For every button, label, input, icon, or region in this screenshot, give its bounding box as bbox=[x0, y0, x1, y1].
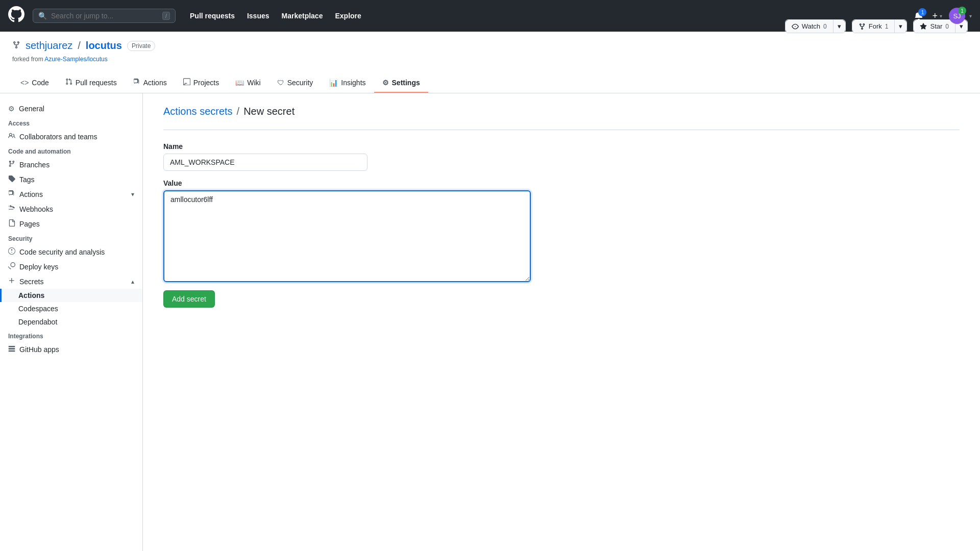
name-field-group: Name bbox=[163, 142, 960, 171]
fork-dropdown-button[interactable]: ▾ bbox=[895, 20, 906, 33]
repo-visibility-badge: Private bbox=[127, 41, 155, 51]
avatar[interactable]: SJ 1 bbox=[949, 8, 965, 24]
repo-name-separator: / bbox=[78, 40, 81, 52]
add-secret-button[interactable]: Add secret bbox=[163, 290, 215, 308]
topnav-links: Pull requests Issues Marketplace Explore bbox=[184, 8, 368, 24]
sidebar-item-branches[interactable]: Branches bbox=[0, 157, 142, 172]
webhooks-icon bbox=[8, 205, 15, 213]
avatar-caret-icon: ▾ bbox=[969, 13, 972, 19]
topnav-marketplace[interactable]: Marketplace bbox=[276, 8, 329, 24]
name-label: Name bbox=[163, 142, 960, 151]
tab-pull-requests[interactable]: Pull requests bbox=[57, 73, 125, 93]
sidebar-item-collaborators[interactable]: Collaborators and teams bbox=[0, 129, 142, 144]
repo-name-link[interactable]: locutus bbox=[86, 40, 122, 52]
sidebar-item-code-security[interactable]: Code security and analysis bbox=[0, 244, 142, 259]
fork-source-link[interactable]: Azure-Samples/locutus bbox=[44, 56, 107, 63]
create-new-button[interactable]: + ▾ bbox=[929, 8, 945, 24]
value-field-group: Value amllocutor6lff bbox=[163, 179, 960, 282]
breadcrumb: Actions secrets / New secret bbox=[163, 106, 960, 117]
settings-sidebar: ⚙ General Access Collaborators and teams… bbox=[0, 93, 143, 551]
topnav-issues[interactable]: Issues bbox=[241, 8, 276, 24]
search-box[interactable]: 🔍 / bbox=[33, 9, 176, 23]
notifications-button[interactable]: 1 bbox=[912, 9, 925, 22]
sidebar-subitem-actions-secrets[interactable]: Actions bbox=[0, 289, 142, 302]
plus-icon: + bbox=[932, 11, 938, 21]
value-textarea[interactable]: amllocutor6lff bbox=[163, 190, 531, 282]
tab-insights[interactable]: 📊 Insights bbox=[321, 73, 374, 93]
branches-icon bbox=[8, 160, 15, 169]
sidebar-item-pages[interactable]: Pages bbox=[0, 216, 142, 231]
page-body: ⚙ General Access Collaborators and teams… bbox=[0, 93, 980, 551]
sidebar-item-webhooks[interactable]: Webhooks bbox=[0, 202, 142, 216]
collaborators-icon bbox=[8, 132, 15, 141]
breadcrumb-separator: / bbox=[237, 106, 240, 117]
breadcrumb-actions-secrets-link[interactable]: Actions secrets bbox=[163, 106, 233, 117]
notification-badge: 1 bbox=[918, 8, 926, 16]
actions-icon bbox=[133, 78, 140, 87]
gear-icon: ⚙ bbox=[8, 105, 15, 113]
tab-wiki[interactable]: 📖 Wiki bbox=[227, 73, 268, 93]
chevron-down-icon: ▾ bbox=[940, 13, 942, 19]
sidebar-item-deploy-keys[interactable]: Deploy keys bbox=[0, 259, 142, 274]
repo-fork-source: forked from Azure-Samples/locutus bbox=[12, 56, 155, 63]
repo-header: sethjuarez / locutus Private forked from… bbox=[0, 32, 980, 93]
search-icon: 🔍 bbox=[38, 12, 47, 20]
form-actions: Add secret bbox=[163, 290, 960, 308]
wiki-icon: 📖 bbox=[235, 79, 244, 87]
github-apps-icon bbox=[8, 345, 15, 354]
sidebar-item-tags[interactable]: Tags bbox=[0, 172, 142, 187]
fork-icon bbox=[12, 41, 20, 51]
sidebar-section-access: Access bbox=[0, 116, 142, 129]
projects-icon bbox=[183, 78, 190, 87]
breadcrumb-divider bbox=[163, 130, 960, 130]
pages-icon bbox=[8, 219, 15, 228]
security-icon: 🛡 bbox=[277, 79, 284, 87]
code-security-icon bbox=[8, 247, 15, 256]
topnav-explore[interactable]: Explore bbox=[329, 8, 367, 24]
topnav-pull-requests[interactable]: Pull requests bbox=[184, 8, 241, 24]
main-content: Actions secrets / New secret Name Value … bbox=[143, 93, 980, 551]
sidebar-section-code-automation: Code and automation bbox=[0, 144, 142, 157]
key-icon bbox=[8, 262, 15, 271]
sidebar-subitem-codespaces[interactable]: Codespaces bbox=[0, 302, 142, 315]
tags-icon bbox=[8, 175, 15, 184]
actions-caret-icon: ▾ bbox=[131, 191, 134, 198]
repo-owner-link[interactable]: sethjuarez bbox=[26, 40, 72, 52]
actions-sidebar-icon bbox=[8, 190, 15, 198]
repo-title-row: sethjuarez / locutus Private bbox=[12, 40, 155, 52]
sidebar-section-security: Security bbox=[0, 231, 142, 244]
settings-icon: ⚙ bbox=[382, 79, 389, 87]
sidebar-item-secrets[interactable]: Secrets ▴ bbox=[0, 274, 142, 289]
fork-button[interactable]: Fork 1 bbox=[852, 20, 895, 33]
sidebar-item-github-apps[interactable]: GitHub apps bbox=[0, 342, 142, 357]
github-logo-icon[interactable] bbox=[8, 6, 24, 26]
sidebar-section-integrations: Integrations bbox=[0, 329, 142, 342]
value-label: Value bbox=[163, 179, 960, 187]
tab-settings[interactable]: ⚙ Settings bbox=[374, 73, 428, 93]
secrets-icon bbox=[8, 277, 15, 286]
sidebar-subitem-dependabot[interactable]: Dependabot bbox=[0, 315, 142, 329]
sidebar-item-actions[interactable]: Actions ▾ bbox=[0, 187, 142, 202]
fork-button-group: Fork 1 ▾ bbox=[852, 19, 908, 33]
breadcrumb-current-page: New secret bbox=[243, 106, 295, 117]
watch-button-group: Watch 0 ▾ bbox=[785, 19, 846, 33]
sidebar-item-general[interactable]: ⚙ General bbox=[0, 102, 142, 116]
tab-code[interactable]: <> Code bbox=[12, 73, 57, 93]
name-input[interactable] bbox=[163, 154, 368, 171]
avatar-badge: 1 bbox=[958, 7, 966, 15]
tab-projects[interactable]: Projects bbox=[175, 73, 228, 93]
tab-actions[interactable]: Actions bbox=[125, 73, 175, 93]
watch-dropdown-button[interactable]: ▾ bbox=[834, 20, 845, 33]
search-input[interactable] bbox=[51, 12, 158, 20]
code-icon: <> bbox=[20, 79, 29, 87]
search-slash-badge: / bbox=[162, 12, 170, 20]
pull-request-icon bbox=[65, 78, 72, 87]
repo-navigation: <> Code Pull requests Actions Projects 📖… bbox=[12, 73, 968, 93]
insights-icon: 📊 bbox=[329, 79, 338, 87]
watch-button[interactable]: Watch 0 bbox=[786, 20, 834, 33]
tab-security[interactable]: 🛡 Security bbox=[269, 73, 322, 93]
secrets-caret-icon: ▴ bbox=[131, 278, 134, 285]
